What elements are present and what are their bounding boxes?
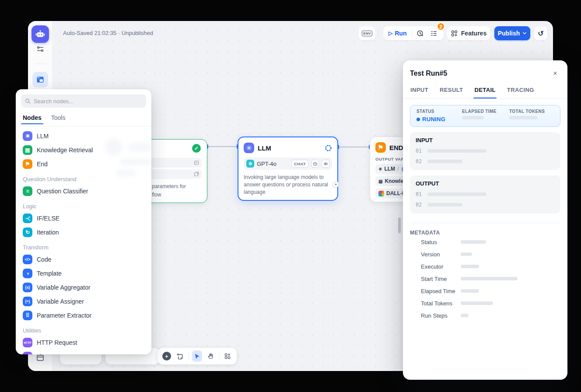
- canvas-toolbar: +: [158, 348, 237, 364]
- openai-icon: ✻: [246, 160, 254, 168]
- toolbar-divider: [189, 353, 189, 360]
- autosave-status: Auto-Saved 21:02:35 · Unpublished: [63, 30, 153, 36]
- llm-node[interactable]: ✳ LLM ✻ GPT-4o CHAT Invoking large la: [238, 136, 338, 201]
- hand-mode-button[interactable]: [205, 350, 216, 362]
- skeleton: [427, 203, 462, 206]
- text-field-icon: [194, 160, 199, 165]
- tab-tools[interactable]: Tools: [51, 114, 66, 121]
- close-button[interactable]: ×: [550, 68, 560, 79]
- variable-aggregator-icon: {x}: [23, 283, 32, 292]
- node-item-template[interactable]: ◑ Template: [21, 266, 146, 280]
- model-selector[interactable]: ✻ GPT-4o CHAT: [244, 158, 332, 170]
- chevron-down-icon: [522, 31, 527, 35]
- publish-button[interactable]: Publish: [494, 26, 530, 40]
- robot-badge-icon: [313, 161, 318, 166]
- vision-capability-badge: [322, 160, 329, 168]
- skeleton: [461, 240, 486, 244]
- add-next-node-handle[interactable]: +: [332, 181, 339, 188]
- knowledge-retrieval-icon: ▤: [23, 145, 32, 155]
- panel-icon: [36, 354, 45, 362]
- node-item-variable-aggregator[interactable]: {x} Variable Aggregator: [21, 280, 146, 294]
- ghost-blob: [128, 143, 151, 151]
- run-panel-title: Test Run#5: [410, 70, 550, 77]
- group-header-utilities: Utilities: [21, 325, 146, 336]
- node-selector-panel: Nodes Tools ✳ LLM ▤ Knowledge Retrieval …: [16, 89, 151, 354]
- features-grid-icon: [451, 30, 458, 37]
- skeleton: [509, 116, 537, 119]
- window-icon: [36, 75, 45, 84]
- topbar-divider: [378, 29, 379, 38]
- workflow-settings-button[interactable]: [35, 44, 46, 54]
- plus-icon: +: [162, 352, 171, 360]
- ghost-blob: [120, 158, 151, 165]
- node-item-http-request[interactable]: HTTP HTTP Request: [21, 336, 146, 350]
- run-button[interactable]: ▷ Run: [387, 30, 408, 37]
- tab-nodes[interactable]: Nodes: [23, 114, 42, 121]
- node-item-llm[interactable]: ✳ LLM: [21, 129, 146, 143]
- add-note-button[interactable]: [175, 350, 186, 362]
- env-button[interactable]: ENV: [359, 26, 375, 40]
- llm-var-icon: ✳: [378, 167, 382, 172]
- run-status-card: STATUS RUNING ELAPSED TIME TOTAL TOKENS: [410, 105, 560, 127]
- ghost-blob: [105, 138, 122, 156]
- node-item-variable-assigner[interactable]: {=} Variable Assigner: [21, 294, 146, 308]
- search-nodes-box[interactable]: [21, 94, 146, 108]
- if-else-icon: [23, 214, 32, 223]
- skeleton: [461, 252, 472, 256]
- run-panel-tabs: INPUT RESULT DETAIL TRACING: [403, 87, 567, 99]
- line-number: 01: [416, 148, 422, 154]
- elapsed-time-label: ELAPSED TIME: [462, 109, 497, 114]
- node-item-list-operator[interactable]: List Operator: [21, 350, 146, 354]
- skeleton: [461, 265, 479, 268]
- search-nodes-input[interactable]: [34, 98, 142, 105]
- tab-input[interactable]: INPUT: [410, 87, 428, 98]
- play-icon: ▷: [388, 30, 392, 36]
- node-item-code[interactable]: </> Code: [21, 252, 146, 266]
- input-card: INPUT 01 02: [410, 132, 560, 170]
- node-item-question-classifier[interactable]: ≡ Question Classifier: [21, 184, 146, 198]
- tab-tracing[interactable]: TRACING: [507, 87, 534, 98]
- orchestrate-nav-button[interactable]: [32, 72, 48, 88]
- skeleton: [461, 277, 518, 280]
- node-item-iteration[interactable]: ↻ Iteration: [21, 225, 146, 239]
- hand-icon: [207, 353, 214, 360]
- checklist-button[interactable]: [428, 28, 439, 38]
- app-logo[interactable]: [32, 25, 49, 43]
- tab-result[interactable]: RESULT: [440, 87, 463, 98]
- pointer-mode-button[interactable]: [192, 350, 203, 362]
- run-controls-group: ▷ Run: [383, 26, 444, 40]
- variable-assigner-icon: {=}: [23, 297, 32, 306]
- node-item-if-else[interactable]: IF/ELSE: [21, 211, 146, 225]
- running-dot-icon: [416, 118, 420, 121]
- line-number: 01: [416, 191, 422, 197]
- chat-mode-badge: CHAT: [291, 160, 308, 168]
- canvas-scrollbar-thumb[interactable]: [398, 217, 401, 233]
- status-value: RUNING: [422, 116, 445, 122]
- start-node-description: parameters for flow: [152, 182, 186, 199]
- search-icon: [25, 98, 31, 104]
- edge-start-to-llm: [207, 146, 238, 147]
- run-history-button[interactable]: [415, 28, 425, 38]
- metadata-row-run-steps: Run Steps: [410, 309, 560, 322]
- code-icon: </>: [23, 255, 32, 264]
- llm-node-icon: ✳: [244, 143, 254, 153]
- toolbar-divider: [219, 353, 219, 360]
- test-run-panel: Test Run#5 × INPUT RESULT DETAIL TRACING…: [403, 60, 567, 380]
- sliders-icon: [36, 45, 44, 53]
- line-number: 02: [416, 158, 422, 164]
- http-request-icon: HTTP: [23, 338, 32, 347]
- add-node-button[interactable]: +: [161, 350, 172, 362]
- status-label: STATUS: [416, 109, 445, 114]
- edge-llm-to-end: [338, 147, 370, 147]
- rail-divider: [34, 63, 46, 64]
- output-title: OUTPUT: [416, 180, 555, 187]
- node-item-knowledge-retrieval[interactable]: ▤ Knowledge Retrieval: [21, 143, 146, 157]
- version-history-button[interactable]: ↺: [534, 26, 547, 40]
- metadata-row-executor: Executor: [410, 260, 560, 273]
- tab-detail[interactable]: DETAIL: [474, 87, 495, 98]
- organize-nodes-button[interactable]: [222, 350, 233, 362]
- skeleton: [427, 192, 486, 196]
- features-button[interactable]: Features: [447, 26, 490, 40]
- node-item-parameter-extractor[interactable]: ⠿ Parameter Extractor: [21, 308, 146, 322]
- tabs-divider: [16, 126, 151, 126]
